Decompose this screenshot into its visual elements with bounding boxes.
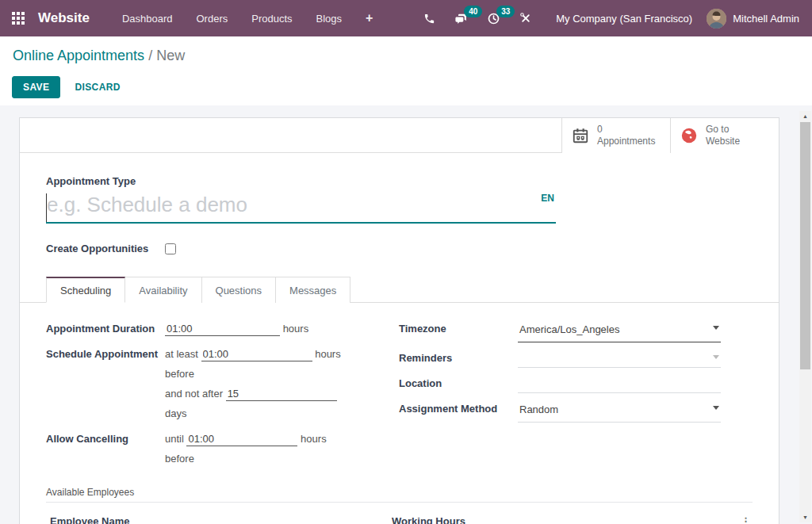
employee-name-column-header[interactable]: Employee Name xyxy=(50,515,392,524)
caret-down-icon xyxy=(713,406,719,410)
create-opportunities-checkbox[interactable] xyxy=(165,243,176,254)
assignment-method-label: Assignment Method xyxy=(399,399,518,423)
breadcrumb-current: New xyxy=(156,48,185,63)
location-label: Location xyxy=(399,373,518,393)
go-to-website-button[interactable]: Go to Website xyxy=(670,118,779,153)
employees-table: Employee Name Working Hours ⋮ Add a line xyxy=(46,512,754,524)
working-hours-column-header[interactable]: Working Hours xyxy=(392,515,741,524)
calendar-icon xyxy=(572,127,589,144)
apps-grid-icon xyxy=(12,12,25,25)
tools-icon xyxy=(519,12,532,25)
new-content-button[interactable]: + xyxy=(354,0,385,36)
top-navbar: Website Dashboard Orders Products Blogs … xyxy=(0,0,812,36)
timezone-label: Timezone xyxy=(399,319,518,342)
breadcrumb-separator: / xyxy=(148,48,152,63)
location-input[interactable] xyxy=(518,373,721,393)
messages-menu-button[interactable]: 40 xyxy=(445,0,477,36)
text-cursor xyxy=(46,193,47,222)
tools-menu-button[interactable] xyxy=(510,0,542,36)
assignment-method-select[interactable]: Random xyxy=(518,399,721,423)
cancel-hours-input[interactable] xyxy=(186,432,297,446)
allow-cancelling-label: Allow Cancelling xyxy=(46,429,165,469)
app-title[interactable]: Website xyxy=(38,10,90,26)
activities-menu-button[interactable]: 33 xyxy=(477,0,510,36)
appointment-type-input[interactable] xyxy=(46,191,556,222)
tab-scheduling[interactable]: Scheduling xyxy=(46,277,125,303)
scroll-up-icon[interactable]: ▲ xyxy=(799,111,811,121)
scrollbar-thumb[interactable] xyxy=(800,122,810,369)
discard-button[interactable]: DISCARD xyxy=(64,77,130,98)
go-to-label-line1: Go to xyxy=(706,124,740,136)
vertical-scrollbar[interactable]: ▲ ▼ xyxy=(799,111,811,522)
scroll-down-icon[interactable]: ▼ xyxy=(799,512,811,522)
nav-item-dashboard[interactable]: Dashboard xyxy=(110,0,185,36)
schedule-suffix2: days xyxy=(165,404,341,423)
tab-questions[interactable]: Questions xyxy=(202,277,277,303)
nav-item-products[interactable]: Products xyxy=(239,0,304,36)
reminders-select[interactable] xyxy=(518,348,721,368)
user-avatar[interactable] xyxy=(707,9,726,29)
form-sheet: 0 Appointments Go to Website Appointment… xyxy=(19,117,779,524)
cancel-suffix-a: hours xyxy=(301,433,327,445)
duration-suffix: hours xyxy=(283,323,309,335)
optional-columns-icon[interactable]: ⋮ xyxy=(741,515,750,524)
create-opportunities-label: Create Opportunities xyxy=(46,243,165,254)
min-schedule-hours-input[interactable] xyxy=(201,347,312,361)
phone-icon xyxy=(423,13,435,25)
voip-phone-button[interactable] xyxy=(414,0,445,36)
nav-item-orders[interactable]: Orders xyxy=(184,0,239,36)
timezone-value: America/Los_Angeles xyxy=(519,323,619,335)
stat-button-box: 0 Appointments Go to Website xyxy=(20,118,779,153)
schedule-prefix2: and not after xyxy=(165,388,223,400)
timezone-select[interactable]: America/Los_Angeles xyxy=(518,319,721,342)
appointment-duration-input[interactable] xyxy=(165,322,280,336)
go-to-label-line2: Website xyxy=(706,136,740,147)
tab-availability[interactable]: Availability xyxy=(125,277,201,303)
cancel-prefix: until xyxy=(165,433,184,445)
appointment-type-label: Appointment Type xyxy=(46,175,753,187)
reminders-label: Reminders xyxy=(399,348,518,368)
save-button[interactable]: SAVE xyxy=(12,76,60,98)
available-employees-group-label: Available Employees xyxy=(46,487,753,503)
breadcrumb: Online Appointments / New xyxy=(13,48,185,64)
form-view-area: 0 Appointments Go to Website Appointment… xyxy=(0,105,812,524)
breadcrumb-parent-link[interactable]: Online Appointments xyxy=(13,48,144,63)
caret-down-icon xyxy=(713,355,719,359)
notebook-tabs: Scheduling Availability Questions Messag… xyxy=(20,277,779,303)
employees-table-header: Employee Name Working Hours ⋮ xyxy=(46,512,754,524)
cancel-suffix-b: before xyxy=(165,449,327,469)
max-schedule-days-input[interactable] xyxy=(226,387,337,401)
apps-menu-button[interactable] xyxy=(0,0,36,36)
appointments-label: Appointments xyxy=(597,136,655,147)
nav-item-blogs[interactable]: Blogs xyxy=(304,0,354,36)
control-panel: Online Appointments / New SAVE DISCARD xyxy=(0,36,812,105)
translation-lang-badge[interactable]: EN xyxy=(541,193,554,204)
appointments-stat-button[interactable]: 0 Appointments xyxy=(561,118,670,153)
globe-icon xyxy=(680,127,698,144)
schedule-suffix1b: before xyxy=(165,364,341,384)
user-menu[interactable]: Mitchell Admin xyxy=(733,13,799,25)
schedule-prefix1: at least xyxy=(165,348,198,360)
company-switcher[interactable]: My Company (San Francisco) xyxy=(542,13,707,25)
assignment-method-value: Random xyxy=(519,404,558,415)
schedule-appointment-label: Schedule Appointment xyxy=(46,344,165,423)
caret-down-icon xyxy=(713,326,719,330)
tab-messages[interactable]: Messages xyxy=(276,277,350,303)
schedule-suffix1a: hours xyxy=(315,348,341,360)
appointment-duration-label: Appointment Duration xyxy=(46,319,165,338)
appointments-count: 0 xyxy=(597,124,655,136)
